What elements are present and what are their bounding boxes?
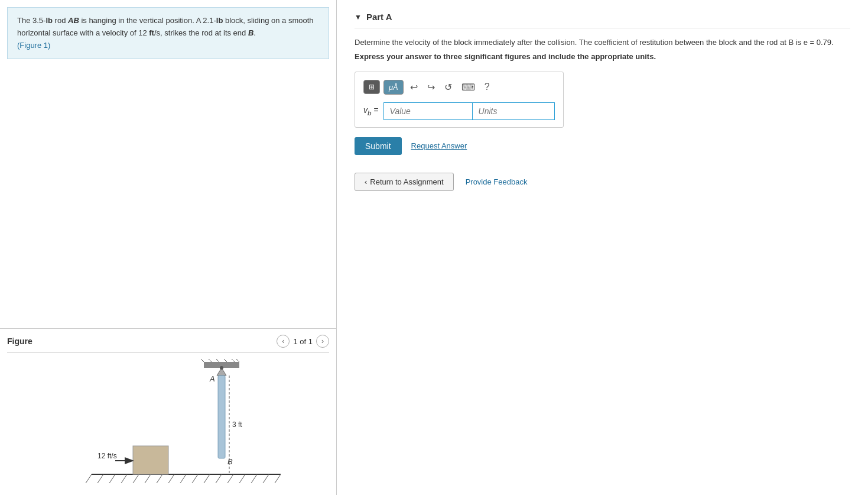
question-emphasis: Express your answer to three significant… [355,52,850,61]
mu-label: μÅ [389,83,398,92]
figure-prev-button[interactable]: ‹ [277,335,290,348]
feedback-link[interactable]: Provide Feedback [466,177,528,186]
svg-line-9 [180,474,186,483]
svg-line-7 [157,474,162,483]
svg-line-16 [263,474,269,483]
svg-line-6 [145,474,151,483]
units-input[interactable] [472,102,555,120]
svg-line-23 [229,359,235,362]
svg-line-19 [198,359,204,362]
part-label: Part A [366,12,392,22]
svg-line-20 [206,359,212,362]
figure-header: Figure ‹ 1 of 1 › [7,335,329,348]
problem-description: The 3.5-lb rod AB is hanging in the vert… [7,7,329,59]
svg-line-4 [121,474,127,483]
figure-next-button[interactable]: › [316,335,329,348]
svg-rect-32 [133,446,168,474]
input-row: vb = [363,102,555,120]
keyboard-button[interactable]: ⌨ [459,79,478,95]
svg-line-8 [168,474,174,483]
return-label: Return to Assignment [370,177,443,186]
figure-diagram: A B 3 ft 12 ft/s [56,359,281,489]
svg-rect-27 [218,376,225,458]
svg-line-1 [86,474,92,483]
question-text: Determine the velocity of the block imme… [355,37,850,48]
toolbar: ⊞ μÅ ↩ ↪ ↺ ⌨ ? [363,79,555,95]
figure-section: Figure ‹ 1 of 1 › [0,328,336,495]
value-input[interactable] [383,102,472,120]
svg-line-17 [275,474,281,483]
svg-text:3 ft: 3 ft [232,420,242,429]
svg-line-14 [239,474,245,483]
return-button[interactable]: ‹ Return to Assignment [355,173,454,191]
svg-line-10 [192,474,198,483]
right-panel: ▼ Part A Determine the velocity of the b… [337,0,868,495]
problem-text-intro: The 3.5-lb rod AB is hanging in the vert… [17,16,314,37]
svg-text:A: A [209,374,215,383]
request-answer-button[interactable]: Request Answer [411,141,467,150]
actions-row: Submit Request Answer [355,137,850,155]
answer-box: ⊞ μÅ ↩ ↪ ↺ ⌨ ? vb = [355,72,564,128]
svg-line-3 [109,474,115,483]
svg-text:12 ft/s: 12 ft/s [97,452,117,460]
svg-line-13 [227,474,233,483]
svg-line-11 [204,474,210,483]
figure-title: Figure [7,337,32,346]
matrix-icon: ⊞ [369,83,375,91]
svg-point-26 [220,366,223,370]
svg-line-12 [216,474,222,483]
svg-line-2 [97,474,103,483]
figure-link[interactable]: (Figure 1) [17,41,50,50]
bottom-actions: ‹ Return to Assignment Provide Feedback [355,173,850,191]
figure-canvas: A B 3 ft 12 ft/s [7,359,329,489]
mu-button[interactable]: μÅ [383,80,404,95]
redo-button[interactable]: ↪ [424,79,438,95]
svg-line-5 [133,474,139,483]
part-arrow-icon: ▼ [355,13,362,21]
svg-line-21 [213,359,219,362]
help-button[interactable]: ? [482,79,493,95]
figure-nav-text: 1 of 1 [293,337,313,346]
undo-button[interactable]: ↩ [407,79,421,95]
return-icon: ‹ [365,177,367,186]
svg-line-15 [251,474,257,483]
part-header: ▼ Part A [355,12,850,28]
input-label: vb = [363,105,379,117]
refresh-button[interactable]: ↺ [441,79,455,95]
svg-text:B: B [227,457,233,466]
figure-nav: ‹ 1 of 1 › [277,335,329,348]
submit-button[interactable]: Submit [355,137,402,155]
left-panel: The 3.5-lb rod AB is hanging in the vert… [0,0,337,495]
matrix-button[interactable]: ⊞ [363,80,380,94]
figure-divider [7,352,329,353]
svg-line-22 [221,359,227,362]
